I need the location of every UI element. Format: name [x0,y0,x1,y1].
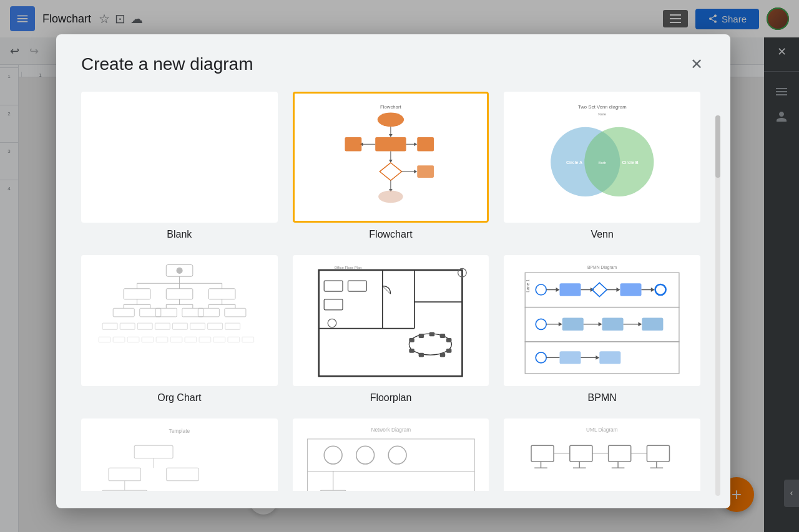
svg-rect-81 [409,338,415,342]
svg-point-124 [536,352,546,363]
svg-rect-60 [190,323,205,329]
svg-rect-70 [199,337,211,342]
template-venn[interactable]: Two Set Venn diagram Note Circle A Circl… [504,92,700,240]
svg-point-142 [388,446,406,464]
partial-3-svg: UML Diagram [505,420,699,491]
svg-rect-82 [419,334,424,338]
svg-rect-87 [419,353,424,357]
svg-rect-48 [182,308,203,317]
venn-svg: Two Set Venn diagram Note Circle A Circl… [515,99,690,215]
template-partial-1[interactable]: Template [81,418,278,491]
template-flowchart-thumb: Flowchart [293,92,489,223]
template-partial-2-thumb: Network Diagram [293,418,489,491]
svg-marker-107 [592,283,607,297]
svg-rect-54 [225,308,246,317]
svg-point-114 [536,319,546,329]
svg-rect-83 [429,332,435,337]
svg-rect-67 [156,337,168,342]
svg-text:Flowchart: Flowchart [380,104,401,110]
svg-rect-16 [417,165,434,178]
svg-line-79 [383,286,391,294]
dialog-title: Create a new diagram [81,54,253,74]
template-floorplan-thumb: Office Floor Plan [293,255,489,386]
svg-rect-123 [642,318,663,331]
svg-rect-47 [155,308,177,317]
svg-rect-35 [166,289,193,299]
svg-rect-110 [620,283,642,296]
svg-text:Network Diagram: Network Diagram [371,427,411,433]
svg-rect-74 [319,270,463,376]
svg-marker-103 [556,288,560,292]
svg-rect-129 [599,351,620,364]
template-floorplan-label: Floorplan [370,392,412,404]
svg-rect-58 [155,323,170,329]
svg-rect-84 [440,334,446,338]
svg-rect-136 [102,490,147,491]
svg-rect-4 [375,137,406,152]
svg-point-101 [536,284,546,295]
dialog-close-button[interactable]: ✕ [688,54,705,74]
svg-point-19 [378,191,403,203]
svg-rect-66 [142,337,154,342]
partial-1-svg: Template [82,420,277,491]
svg-rect-10 [417,137,434,152]
svg-rect-41 [113,308,134,317]
svg-rect-144 [320,490,346,491]
svg-rect-63 [99,337,110,342]
templates-grid: Blank Flowchart [81,92,705,491]
template-bpmn-thumb: BPMN Diagram Lane 1 [504,255,700,386]
template-floorplan[interactable]: Office Floor Plan Floorplan [293,255,489,404]
svg-marker-109 [617,288,620,292]
svg-marker-128 [596,355,599,360]
dialog-header: Create a new diagram ✕ [81,54,705,74]
svg-rect-117 [562,318,584,331]
svg-rect-55 [102,323,117,329]
svg-rect-72 [228,337,240,342]
template-partial-3-thumb: UML Diagram [504,418,700,491]
svg-rect-64 [113,337,125,342]
svg-rect-7 [345,137,362,152]
template-blank-thumb [81,92,278,223]
svg-rect-57 [137,323,152,329]
svg-marker-116 [559,322,562,327]
svg-point-113 [655,284,666,295]
template-orgchart[interactable]: Org Chart [81,255,278,404]
svg-rect-91 [348,281,367,291]
svg-text:Office Floor Plan: Office Floor Plan [335,266,362,269]
svg-rect-90 [325,281,343,291]
template-partial-3[interactable]: UML Diagram [504,418,700,491]
template-partial-2[interactable]: Network Diagram [293,418,489,491]
svg-rect-65 [127,337,139,342]
template-bpmn[interactable]: BPMN Diagram Lane 1 [504,255,700,404]
svg-rect-152 [609,445,631,462]
svg-rect-104 [560,283,581,296]
svg-rect-131 [134,445,173,458]
svg-text:Template: Template [169,428,190,434]
svg-rect-56 [120,323,135,329]
svg-point-140 [324,446,342,464]
svg-marker-13 [380,163,401,180]
template-partial-1-thumb: Template [81,418,278,491]
template-flowchart[interactable]: Flowchart [293,92,489,240]
bpmn-svg: BPMN Diagram Lane 1 [510,259,694,382]
svg-rect-68 [170,337,182,342]
svg-rect-149 [570,445,592,462]
template-blank-label: Blank [167,229,192,240]
svg-rect-34 [124,289,150,299]
dialog-scrollbar-track[interactable] [715,115,720,496]
template-orgchart-label: Org Chart [157,392,201,404]
svg-rect-146 [531,445,554,462]
svg-rect-88 [440,353,446,357]
svg-marker-122 [639,322,642,327]
svg-marker-3 [389,134,393,137]
dialog-scrollbar-thumb [715,115,720,178]
svg-rect-53 [198,308,219,317]
svg-text:Note: Note [598,112,607,117]
svg-rect-89 [446,349,452,353]
template-blank[interactable]: Blank [81,92,278,240]
partial-2-svg: Network Diagram [294,420,488,491]
svg-text:Two Set Venn diagram: Two Set Venn diagram [578,105,627,110]
svg-point-28 [176,268,182,274]
modal-overlay[interactable]: Create a new diagram ✕ Blank Flowchart [0,0,799,532]
template-venn-label: Venn [591,229,613,240]
